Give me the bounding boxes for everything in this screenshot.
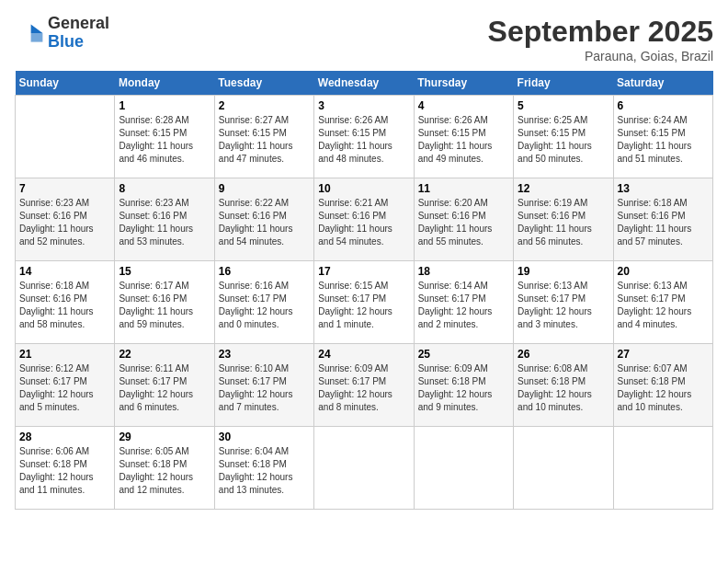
calendar-week-3: 14Sunrise: 6:18 AMSunset: 6:16 PMDayligh…: [16, 261, 713, 344]
calendar-cell: 19Sunrise: 6:13 AMSunset: 6:17 PMDayligh…: [514, 261, 613, 344]
calendar-cell: [414, 427, 513, 510]
logo-icon: [15, 18, 44, 48]
day-info: Sunrise: 6:16 AMSunset: 6:17 PMDaylight:…: [219, 280, 310, 331]
day-info: Sunrise: 6:17 AMSunset: 6:16 PMDaylight:…: [119, 280, 210, 331]
day-number: 9: [219, 182, 310, 195]
day-number: 23: [219, 348, 310, 361]
day-number: 16: [219, 265, 310, 278]
day-info: Sunrise: 6:22 AMSunset: 6:16 PMDaylight:…: [219, 197, 310, 248]
column-header-friday: Friday: [514, 71, 613, 96]
calendar-cell: 25Sunrise: 6:09 AMSunset: 6:18 PMDayligh…: [414, 344, 513, 427]
day-number: 11: [418, 182, 509, 195]
calendar-week-5: 28Sunrise: 6:06 AMSunset: 6:18 PMDayligh…: [16, 427, 713, 510]
day-info: Sunrise: 6:18 AMSunset: 6:16 PMDaylight:…: [618, 197, 709, 248]
logo-text: General Blue: [48, 15, 109, 52]
calendar-cell: 5Sunrise: 6:25 AMSunset: 6:15 PMDaylight…: [514, 96, 613, 178]
calendar-cell: [514, 427, 613, 510]
day-info: Sunrise: 6:15 AMSunset: 6:17 PMDaylight:…: [318, 280, 409, 331]
day-info: Sunrise: 6:09 AMSunset: 6:18 PMDaylight:…: [418, 362, 509, 414]
day-number: 25: [418, 348, 509, 361]
day-number: 2: [219, 99, 310, 112]
column-header-monday: Monday: [115, 71, 214, 96]
calendar-cell: [16, 96, 115, 178]
day-info: Sunrise: 6:26 AMSunset: 6:15 PMDaylight:…: [418, 114, 509, 166]
calendar-week-1: 1Sunrise: 6:28 AMSunset: 6:15 PMDaylight…: [16, 96, 713, 178]
day-number: 10: [318, 182, 409, 195]
day-info: Sunrise: 6:13 AMSunset: 6:17 PMDaylight:…: [618, 280, 709, 331]
day-number: 12: [518, 182, 609, 195]
calendar-cell: 30Sunrise: 6:04 AMSunset: 6:18 PMDayligh…: [214, 427, 313, 510]
day-number: 15: [119, 265, 210, 278]
month-title: September 2025: [488, 15, 713, 49]
calendar-cell: 11Sunrise: 6:20 AMSunset: 6:16 PMDayligh…: [414, 178, 513, 261]
calendar-cell: 26Sunrise: 6:08 AMSunset: 6:18 PMDayligh…: [514, 344, 613, 427]
calendar-table: SundayMondayTuesdayWednesdayThursdayFrid…: [15, 71, 713, 510]
svg-marker-0: [31, 24, 43, 33]
calendar-cell: 9Sunrise: 6:22 AMSunset: 6:16 PMDaylight…: [214, 178, 313, 261]
day-number: 22: [119, 348, 210, 361]
day-number: 30: [219, 431, 310, 443]
calendar-cell: 7Sunrise: 6:23 AMSunset: 6:16 PMDaylight…: [16, 178, 115, 261]
calendar-cell: 1Sunrise: 6:28 AMSunset: 6:15 PMDaylight…: [115, 96, 214, 178]
day-number: 29: [119, 431, 210, 443]
day-info: Sunrise: 6:23 AMSunset: 6:16 PMDaylight:…: [119, 197, 210, 248]
calendar-cell: 2Sunrise: 6:27 AMSunset: 6:15 PMDaylight…: [214, 96, 313, 178]
calendar-header-row: SundayMondayTuesdayWednesdayThursdayFrid…: [16, 71, 713, 96]
day-info: Sunrise: 6:28 AMSunset: 6:15 PMDaylight:…: [119, 114, 210, 166]
day-info: Sunrise: 6:19 AMSunset: 6:16 PMDaylight:…: [518, 197, 609, 248]
day-info: Sunrise: 6:11 AMSunset: 6:17 PMDaylight:…: [119, 362, 210, 414]
day-number: 19: [518, 265, 609, 278]
calendar-cell: 6Sunrise: 6:24 AMSunset: 6:15 PMDaylight…: [613, 96, 712, 178]
day-info: Sunrise: 6:05 AMSunset: 6:18 PMDaylight:…: [119, 445, 210, 497]
calendar-cell: 17Sunrise: 6:15 AMSunset: 6:17 PMDayligh…: [314, 261, 414, 344]
svg-marker-1: [31, 33, 43, 42]
calendar-cell: 8Sunrise: 6:23 AMSunset: 6:16 PMDaylight…: [115, 178, 214, 261]
calendar-cell: 24Sunrise: 6:09 AMSunset: 6:17 PMDayligh…: [314, 344, 414, 427]
day-number: 1: [119, 99, 210, 112]
day-number: 21: [19, 348, 110, 361]
calendar-cell: 16Sunrise: 6:16 AMSunset: 6:17 PMDayligh…: [214, 261, 313, 344]
day-number: 18: [418, 265, 509, 278]
day-number: 27: [618, 348, 709, 361]
day-info: Sunrise: 6:23 AMSunset: 6:16 PMDaylight:…: [19, 197, 110, 248]
calendar-cell: 28Sunrise: 6:06 AMSunset: 6:18 PMDayligh…: [16, 427, 115, 510]
day-info: Sunrise: 6:18 AMSunset: 6:16 PMDaylight:…: [19, 280, 110, 331]
day-number: 13: [618, 182, 709, 195]
column-header-saturday: Saturday: [613, 71, 712, 96]
calendar-cell: 15Sunrise: 6:17 AMSunset: 6:16 PMDayligh…: [115, 261, 214, 344]
column-header-sunday: Sunday: [16, 71, 115, 96]
day-number: 24: [318, 348, 409, 361]
column-header-tuesday: Tuesday: [214, 71, 313, 96]
calendar-cell: 14Sunrise: 6:18 AMSunset: 6:16 PMDayligh…: [16, 261, 115, 344]
calendar-cell: [613, 427, 712, 510]
day-info: Sunrise: 6:08 AMSunset: 6:18 PMDaylight:…: [518, 362, 609, 414]
calendar-week-2: 7Sunrise: 6:23 AMSunset: 6:16 PMDaylight…: [16, 178, 713, 261]
day-number: 5: [518, 99, 609, 112]
day-number: 6: [618, 99, 709, 112]
day-info: Sunrise: 6:04 AMSunset: 6:18 PMDaylight:…: [219, 445, 310, 497]
day-info: Sunrise: 6:13 AMSunset: 6:17 PMDaylight:…: [518, 280, 609, 331]
logo: General Blue: [15, 15, 109, 52]
day-info: Sunrise: 6:10 AMSunset: 6:17 PMDaylight:…: [219, 362, 310, 414]
calendar-cell: 23Sunrise: 6:10 AMSunset: 6:17 PMDayligh…: [214, 344, 313, 427]
calendar-cell: 27Sunrise: 6:07 AMSunset: 6:18 PMDayligh…: [613, 344, 712, 427]
calendar-cell: 20Sunrise: 6:13 AMSunset: 6:17 PMDayligh…: [613, 261, 712, 344]
day-number: 17: [318, 265, 409, 278]
calendar-cell: 12Sunrise: 6:19 AMSunset: 6:16 PMDayligh…: [514, 178, 613, 261]
day-number: 7: [19, 182, 110, 195]
calendar-cell: 18Sunrise: 6:14 AMSunset: 6:17 PMDayligh…: [414, 261, 513, 344]
calendar-cell: 10Sunrise: 6:21 AMSunset: 6:16 PMDayligh…: [314, 178, 414, 261]
location: Parauna, Goias, Brazil: [488, 49, 713, 63]
day-number: 4: [418, 99, 509, 112]
page-header: General Blue September 2025 Parauna, Goi…: [15, 15, 713, 63]
calendar-cell: 21Sunrise: 6:12 AMSunset: 6:17 PMDayligh…: [16, 344, 115, 427]
calendar-cell: 13Sunrise: 6:18 AMSunset: 6:16 PMDayligh…: [613, 178, 712, 261]
day-number: 28: [19, 431, 110, 443]
day-info: Sunrise: 6:14 AMSunset: 6:17 PMDaylight:…: [418, 280, 509, 331]
day-number: 20: [618, 265, 709, 278]
column-header-wednesday: Wednesday: [314, 71, 414, 96]
calendar-week-4: 21Sunrise: 6:12 AMSunset: 6:17 PMDayligh…: [16, 344, 713, 427]
day-number: 3: [318, 99, 409, 112]
day-number: 26: [518, 348, 609, 361]
day-number: 14: [19, 265, 110, 278]
